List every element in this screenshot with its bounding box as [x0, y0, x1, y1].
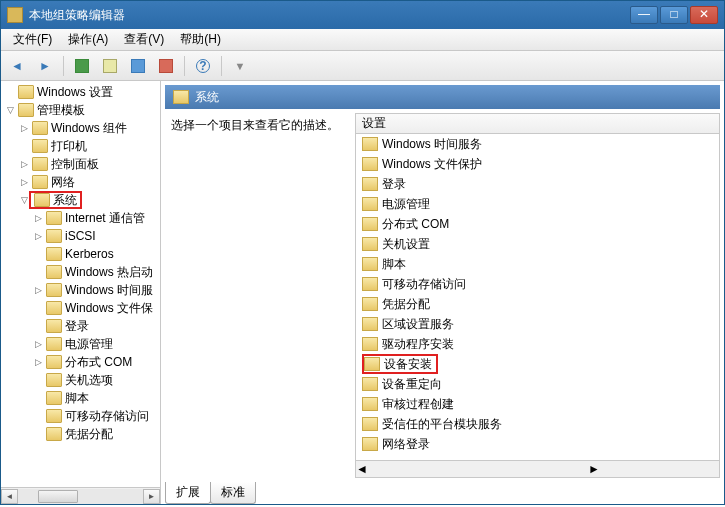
list-item-label: 可移动存储访问: [382, 276, 466, 293]
tree-item-windows-file-prot[interactable]: Windows 文件保: [1, 299, 160, 317]
minimize-button[interactable]: —: [630, 6, 658, 24]
properties-button[interactable]: [98, 54, 122, 78]
folder-icon: [362, 217, 378, 231]
expander-icon[interactable]: [5, 105, 15, 115]
list-item[interactable]: 凭据分配: [356, 294, 719, 314]
tree-item-label: Kerberos: [65, 247, 114, 261]
menu-view[interactable]: 查看(V): [116, 29, 172, 50]
tree-item-network[interactable]: 网络: [1, 173, 160, 191]
tree-item-control-panel[interactable]: 控制面板: [1, 155, 160, 173]
list-item[interactable]: 分布式 COM: [356, 214, 719, 234]
menu-file[interactable]: 文件(F): [5, 29, 60, 50]
folder-icon: [362, 137, 378, 151]
scroll-right-button[interactable]: ►: [588, 462, 600, 476]
list-item-label: 审核过程创建: [382, 396, 454, 413]
close-button[interactable]: ✕: [690, 6, 718, 24]
tree-item-internet-comm[interactable]: Internet 通信管: [1, 209, 160, 227]
tree-item-dcom[interactable]: 分布式 COM: [1, 353, 160, 371]
tree-item-label: 系统: [53, 192, 77, 209]
list-item[interactable]: 驱动程序安装: [356, 334, 719, 354]
scroll-right-button[interactable]: ►: [143, 489, 160, 504]
tree-item-label: 凭据分配: [65, 426, 113, 443]
expander-icon[interactable]: [19, 123, 29, 133]
scroll-left-button[interactable]: ◄: [1, 489, 18, 504]
scroll-thumb[interactable]: [38, 490, 78, 503]
folder-icon: [46, 409, 62, 423]
tree-item-windows-components[interactable]: Windows 组件: [1, 119, 160, 137]
list-item[interactable]: 网络登录: [356, 434, 719, 454]
tree-item-admin-templates[interactable]: 管理模板: [1, 101, 160, 119]
content-body: 选择一个项目来查看它的描述。 设置 Windows 时间服务Windows 文件…: [161, 109, 724, 482]
up-button[interactable]: [70, 54, 94, 78]
list-item[interactable]: 关机设置: [356, 234, 719, 254]
folder-icon: [46, 355, 62, 369]
expander-icon[interactable]: [19, 159, 29, 169]
tree-item-system[interactable]: 系统: [1, 191, 160, 209]
tree-hscrollbar[interactable]: ◄ ►: [1, 487, 160, 504]
tab-extended[interactable]: 扩展: [165, 482, 211, 504]
list-item[interactable]: Windows 文件保护: [356, 154, 719, 174]
expander-icon[interactable]: [33, 339, 43, 349]
list-body[interactable]: Windows 时间服务Windows 文件保护登录电源管理分布式 COM关机设…: [356, 134, 719, 460]
list-item[interactable]: 设备重定向: [356, 374, 719, 394]
list-item[interactable]: Windows 时间服务: [356, 134, 719, 154]
tree-item-windows-time[interactable]: Windows 时间服: [1, 281, 160, 299]
maximize-button[interactable]: □: [660, 6, 688, 24]
titlebar[interactable]: 本地组策略编辑器 — □ ✕: [1, 1, 724, 29]
tab-standard[interactable]: 标准: [210, 482, 256, 504]
forward-button[interactable]: [33, 54, 57, 78]
list-item[interactable]: 区域设置服务: [356, 314, 719, 334]
tree-item-iscsi[interactable]: iSCSI: [1, 227, 160, 245]
expander-icon[interactable]: [33, 213, 43, 223]
expander-icon[interactable]: [33, 231, 43, 241]
back-button[interactable]: [5, 54, 29, 78]
tree-item-label: 脚本: [65, 390, 89, 407]
list-item-label: 网络登录: [382, 436, 430, 453]
list-item[interactable]: 脚本: [356, 254, 719, 274]
tree-item-windows-settings[interactable]: Windows 设置: [1, 83, 160, 101]
tree-item-windows-hotstart[interactable]: Windows 热启动: [1, 263, 160, 281]
folder-icon: [34, 193, 50, 207]
tree-item-kerberos[interactable]: Kerberos: [1, 245, 160, 263]
tree-item-label: iSCSI: [65, 229, 96, 243]
folder-icon: [46, 265, 62, 279]
list-item[interactable]: 受信任的平台模块服务: [356, 414, 719, 434]
scroll-left-button[interactable]: ◄: [356, 462, 368, 476]
delete-button[interactable]: [154, 54, 178, 78]
tree-item-power-mgmt[interactable]: 电源管理: [1, 335, 160, 353]
tree-item-shutdown-opts[interactable]: 关机选项: [1, 371, 160, 389]
tree-item-cred-deleg[interactable]: 凭据分配: [1, 425, 160, 443]
folder-icon: [46, 301, 62, 315]
folder-icon: [46, 427, 62, 441]
app-icon: [7, 7, 23, 23]
list-item[interactable]: 可移动存储访问: [356, 274, 719, 294]
folder-icon: [364, 357, 380, 371]
content-pane: 系统 选择一个项目来查看它的描述。 设置 Windows 时间服务Windows…: [161, 81, 724, 504]
folder-icon: [18, 85, 34, 99]
tree-item-removable-storage[interactable]: 可移动存储访问: [1, 407, 160, 425]
list-header[interactable]: 设置: [356, 114, 719, 134]
list-item[interactable]: 设备安装: [356, 354, 719, 374]
tree[interactable]: Windows 设置管理模板Windows 组件打印机控制面板网络系统Inter…: [1, 81, 160, 487]
tree-item-scripts[interactable]: 脚本: [1, 389, 160, 407]
export-button[interactable]: [126, 54, 150, 78]
tree-item-logon[interactable]: 登录: [1, 317, 160, 335]
list-item[interactable]: 登录: [356, 174, 719, 194]
menu-help[interactable]: 帮助(H): [172, 29, 229, 50]
tree-item-label: 打印机: [51, 138, 87, 155]
filter-button[interactable]: [228, 54, 252, 78]
expander-icon[interactable]: [19, 177, 29, 187]
menu-action[interactable]: 操作(A): [60, 29, 116, 50]
scroll-track[interactable]: [18, 489, 143, 504]
help-button[interactable]: [191, 54, 215, 78]
expander-icon[interactable]: [33, 357, 43, 367]
expander-icon[interactable]: [19, 195, 29, 205]
list-item-label: 关机设置: [382, 236, 430, 253]
tree-item-printers[interactable]: 打印机: [1, 137, 160, 155]
list-item[interactable]: 审核过程创建: [356, 394, 719, 414]
tree-item-label: 电源管理: [65, 336, 113, 353]
list-item[interactable]: 电源管理: [356, 194, 719, 214]
expander-icon[interactable]: [33, 285, 43, 295]
list-hscrollbar[interactable]: ◄ ►: [356, 460, 719, 477]
folder-icon: [32, 175, 48, 189]
